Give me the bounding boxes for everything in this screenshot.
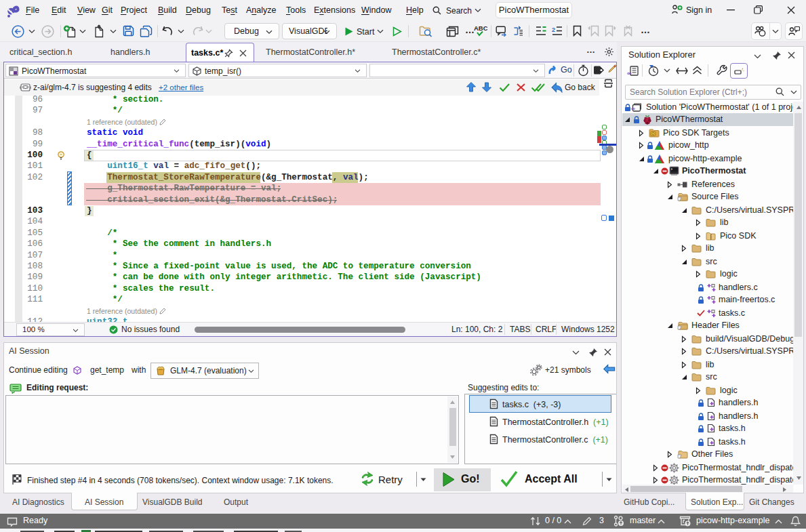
svg-text:2: 2: [552, 26, 555, 33]
svg-text:ABC: ABC: [474, 24, 487, 32]
svg-text:∞: ∞: [631, 106, 635, 112]
svg-text:∞: ∞: [627, 70, 632, 77]
